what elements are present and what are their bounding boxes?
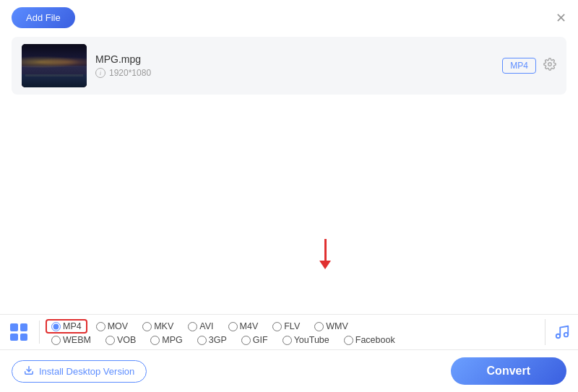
format-label-webm: WEBM — [63, 335, 91, 345]
file-thumbnail — [22, 44, 87, 87]
format-label-facebook: Facebook — [355, 335, 395, 345]
format-option-mkv[interactable]: MKV — [137, 321, 179, 331]
down-arrow — [319, 239, 331, 269]
format-option-facebook[interactable]: Facebook — [338, 335, 401, 345]
install-desktop-button[interactable]: Install Desktop Version — [12, 360, 147, 383]
format-radio-m4v[interactable] — [228, 322, 238, 331]
music-icon — [554, 324, 570, 340]
format-option-gif[interactable]: GIF — [236, 335, 274, 345]
header: Add File ✕ — [0, 0, 578, 32]
format-row-2: WEBM VOB MPG 3GP GIF — [46, 335, 539, 345]
format-label-avi: AVI — [199, 321, 213, 331]
convert-button[interactable]: Convert — [451, 357, 566, 385]
format-radio-webm[interactable] — [51, 336, 61, 345]
arrow-shaft — [324, 239, 327, 261]
close-button[interactable]: ✕ — [556, 12, 566, 25]
format-option-webm[interactable]: WEBM — [46, 335, 97, 345]
format-label-gif: GIF — [253, 335, 268, 345]
format-option-wmv[interactable]: WMV — [309, 321, 354, 331]
format-radio-vob[interactable] — [105, 336, 115, 345]
file-name: MPG.mpg — [95, 53, 493, 65]
grid-cell — [10, 334, 18, 341]
format-option-mpg[interactable]: MPG — [144, 335, 188, 345]
format-radio-flv[interactable] — [272, 322, 282, 331]
arrow-head — [319, 261, 331, 269]
format-panel-left — [7, 321, 40, 344]
format-option-avi[interactable]: AVI — [182, 321, 219, 331]
format-option-m4v[interactable]: M4V — [223, 321, 264, 331]
bottom-panel: MP4 MOV MKV AVI M4V — [0, 314, 578, 392]
format-radio-mp4[interactable] — [51, 322, 61, 331]
add-file-button[interactable]: Add File — [12, 7, 75, 28]
file-meta: i 1920*1080 — [95, 68, 493, 78]
file-info: MPG.mpg i 1920*1080 — [95, 53, 493, 78]
settings-button[interactable] — [543, 58, 556, 74]
file-list: MPG.mpg i 1920*1080 MP4 — [12, 37, 566, 95]
format-option-youtube[interactable]: YouTube — [277, 335, 335, 345]
format-row-1: MP4 MOV MKV AVI M4V — [46, 319, 539, 334]
format-label-flv: FLV — [284, 321, 300, 331]
video-grid-icon[interactable] — [7, 321, 30, 344]
format-option-flv[interactable]: FLV — [267, 321, 306, 331]
format-label-mkv: MKV — [154, 321, 173, 331]
file-actions: MP4 — [502, 58, 556, 74]
grid-cell — [10, 323, 18, 331]
grid-cell — [20, 334, 28, 341]
format-option-3gp[interactable]: 3GP — [191, 335, 233, 345]
grid-cell — [20, 323, 28, 331]
format-option-vob[interactable]: VOB — [100, 335, 142, 345]
svg-point-2 — [564, 333, 568, 337]
file-resolution: 1920*1080 — [109, 68, 151, 78]
svg-point-1 — [556, 334, 560, 339]
arrow-container — [72, 239, 578, 272]
format-option-mov[interactable]: MOV — [90, 321, 134, 331]
format-radio-facebook[interactable] — [344, 336, 353, 345]
install-label: Install Desktop Version — [39, 366, 134, 377]
middle-area — [0, 95, 578, 239]
format-label-mpg: MPG — [162, 335, 182, 345]
format-radio-avi[interactable] — [188, 322, 197, 331]
music-icon-button[interactable] — [545, 319, 571, 345]
format-option-mp4[interactable]: MP4 — [46, 319, 87, 334]
format-radio-mpg[interactable] — [150, 336, 160, 345]
info-icon: i — [95, 68, 105, 78]
format-label-youtube: YouTube — [294, 335, 329, 345]
format-radio-3gp[interactable] — [197, 336, 207, 345]
format-radio-wmv[interactable] — [314, 322, 324, 331]
format-label-mov: MOV — [108, 321, 128, 331]
svg-point-0 — [548, 63, 552, 66]
footer-bar: Install Desktop Version Convert — [0, 350, 578, 392]
format-label-vob: VOB — [117, 335, 136, 345]
format-radio-youtube[interactable] — [282, 336, 292, 345]
format-badge[interactable]: MP4 — [502, 58, 536, 74]
format-radio-mkv[interactable] — [142, 322, 152, 331]
format-radio-mov[interactable] — [96, 322, 105, 331]
download-icon — [24, 365, 34, 378]
format-options: MP4 MOV MKV AVI M4V — [40, 319, 545, 345]
format-label-mp4: MP4 — [63, 321, 82, 331]
format-label-m4v: M4V — [240, 321, 259, 331]
format-label-wmv: WMV — [326, 321, 348, 331]
format-label-3gp: 3GP — [209, 335, 227, 345]
format-panel: MP4 MOV MKV AVI M4V — [0, 315, 578, 350]
format-radio-gif[interactable] — [241, 336, 251, 345]
